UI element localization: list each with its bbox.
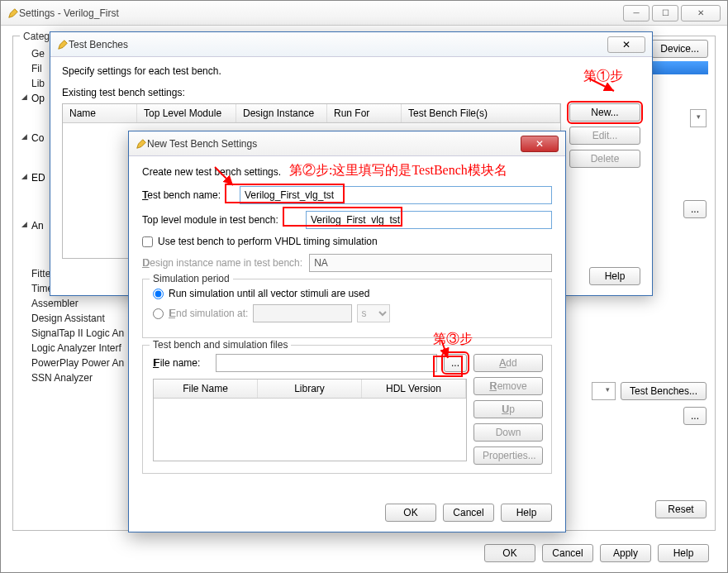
dialog-titlebar: Test Benches ✕ (50, 32, 652, 57)
table-header: Name Top Level Module Design Instance Ru… (63, 104, 560, 123)
chevron-icon: ◢ (21, 220, 27, 228)
browse-button[interactable]: ... (683, 407, 707, 425)
delete-button[interactable]: Delete (569, 150, 640, 168)
test-bench-name-label: TTest bench name: (142, 189, 233, 201)
sidebar-item[interactable]: Design Assistant (20, 311, 127, 326)
ok-button[interactable]: OK (484, 544, 535, 562)
time-unit-select: s (357, 304, 390, 322)
table-side-buttons: New... Edit... Delete (569, 103, 640, 168)
col-run: Run For (327, 104, 402, 122)
table-label: Existing test bench settings: (62, 87, 640, 98)
remove-button[interactable]: RRemove (473, 377, 543, 395)
chevron-icon: ◢ (21, 172, 27, 180)
browse-button[interactable]: ... (683, 200, 707, 218)
col-lib: Library (258, 380, 362, 398)
dialog-buttons: OK Cancel Apply Help (484, 544, 709, 562)
dialog-desc: Create new test bench settings. (142, 166, 552, 178)
browse-file-button[interactable]: ... (444, 354, 467, 372)
pencil-icon (57, 39, 69, 50)
col-hdl: HDL Version (362, 380, 466, 398)
help-button[interactable]: Help (658, 544, 709, 562)
minimize-button[interactable]: ─ (623, 5, 649, 21)
col-top: Top Level Module (137, 104, 236, 122)
end-at-radio[interactable] (153, 308, 164, 319)
maximize-button[interactable]: ☐ (652, 5, 678, 21)
files-group: Test bench and simulation files FFile na… (142, 345, 552, 474)
col-inst: Design Instance (236, 104, 327, 122)
end-time-input (253, 304, 352, 322)
dialog-titlebar: New Test Bench Settings ✕ (129, 131, 565, 156)
help-button[interactable]: Help (501, 504, 552, 522)
properties-button[interactable]: Properties... (473, 446, 543, 465)
simulation-period-group: Simulation period Run simulation until a… (142, 279, 552, 338)
help-button[interactable]: Help (589, 267, 640, 285)
dialog-buttons: OK Cancel Help (385, 504, 552, 522)
new-button[interactable]: New... (569, 103, 640, 122)
new-test-bench-dialog: New Test Bench Settings ✕ Create new tes… (128, 131, 566, 532)
col-file: File Name (154, 380, 258, 398)
chevron-icon: ◢ (21, 132, 27, 141)
close-button[interactable]: ✕ (607, 36, 645, 53)
file-name-input[interactable] (216, 354, 437, 372)
file-name-label: FFile name: (153, 357, 209, 369)
pencil-icon (136, 138, 147, 150)
files-table-header: File Name Library HDL Version (154, 380, 466, 399)
app-icon (7, 7, 19, 19)
dropdown[interactable] (592, 382, 616, 400)
design-instance-label: DDesign instance name in test bench: (142, 257, 302, 269)
col-name: Name (63, 104, 137, 122)
files-table[interactable]: File Name Library HDL Version (153, 379, 467, 461)
apply-button[interactable]: Apply (600, 544, 651, 562)
close-button[interactable]: ✕ (521, 136, 559, 152)
design-instance-input (309, 254, 552, 272)
group-title: Test bench and simulation files (150, 339, 291, 351)
reset-button[interactable]: Reset (655, 500, 707, 518)
group-title: Simulation period (150, 273, 233, 284)
window-title: Settings - Verilog_First (19, 7, 623, 19)
top-module-input[interactable] (306, 211, 552, 229)
edit-button[interactable]: Edit... (569, 127, 640, 145)
down-button[interactable]: Down (473, 423, 543, 442)
cancel-button[interactable]: Cancel (443, 504, 494, 522)
cancel-button[interactable]: Cancel (542, 544, 593, 562)
close-button[interactable]: ✕ (681, 5, 721, 21)
dialog-title: New Test Bench Settings (147, 138, 521, 150)
dialog-title: Test Benches (69, 39, 607, 50)
titlebar: Settings - Verilog_First ─ ☐ ✕ (1, 1, 727, 26)
sidebar-item[interactable]: Logic Analyzer Interf (20, 341, 127, 356)
add-button[interactable]: AAdd (473, 354, 543, 372)
col-files: Test Bench File(s) (402, 104, 560, 122)
dialog-desc: Specify settings for each test bench. (62, 65, 640, 77)
run-until-end-radio[interactable] (153, 289, 164, 299)
sidebar-item[interactable]: PowerPlay Power An (20, 356, 127, 370)
dropdown[interactable] (690, 109, 707, 127)
vhdl-timing-checkbox[interactable] (142, 236, 153, 247)
chevron-icon: ◢ (21, 93, 27, 101)
test-benches-button[interactable]: Test Benches... (621, 382, 707, 400)
radio-label: EEnd simulation at: (169, 308, 248, 319)
device-button[interactable]: Device... (651, 40, 708, 58)
test-bench-name-input[interactable] (240, 186, 552, 204)
radio-label: Run simulation until all vector stimuli … (169, 288, 369, 299)
vhdl-timing-label: Use test bench to perform VHDL timing si… (158, 236, 378, 247)
ok-button[interactable]: OK (385, 504, 436, 522)
top-module-label: Top level module in test bench: (142, 214, 299, 226)
sidebar-item[interactable]: Assembler (20, 296, 127, 311)
sidebar-item[interactable]: SSN Analyzer (20, 370, 127, 385)
sidebar-item[interactable]: SignalTap II Logic An (20, 326, 127, 341)
up-button[interactable]: UUp (473, 400, 543, 418)
window-controls: ─ ☐ ✕ (623, 5, 721, 21)
